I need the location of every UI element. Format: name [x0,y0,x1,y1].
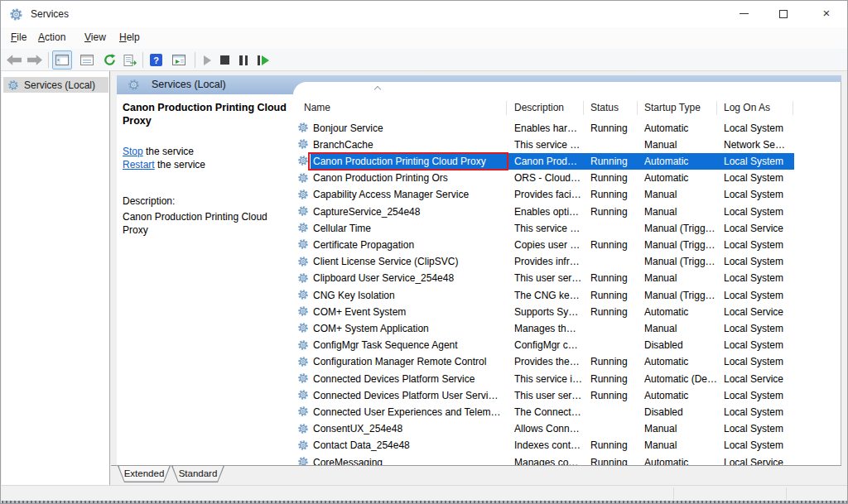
tree-item-services-local[interactable]: Services (Local) [3,77,108,93]
menu-file[interactable]: File [6,27,31,49]
title-bar: Services × [1,1,847,27]
help-icon: ? [150,54,162,66]
toolbar: ? [1,49,847,71]
service-row[interactable]: Certificate Propagation Copies user … Ru… [293,237,827,253]
service-description-cell: This service … [514,137,587,153]
service-row[interactable]: Connected Devices Platform User Servi… T… [293,387,827,404]
service-gear-icon [297,122,309,133]
service-status-cell: Running [590,170,638,186]
service-row[interactable]: BranchCache This service … Manual Networ… [293,137,827,153]
service-description-cell: This user ser… [514,270,587,286]
properties-button[interactable] [77,50,97,70]
description-text: Canon Production Printing Cloud Proxy [123,210,288,237]
stop-service-link[interactable]: Stop [123,146,143,157]
restart-service-button[interactable] [254,50,272,70]
service-row[interactable]: CaptureService_254e48 Enables opti… Runn… [293,204,827,220]
show-console-tree-button[interactable] [52,50,72,70]
service-gear-icon [297,172,309,184]
export-list-button[interactable] [121,50,139,70]
service-row[interactable]: Contact Data_254e48 Indexes cont… Runnin… [293,437,827,454]
close-button[interactable]: × [807,1,846,27]
forward-button[interactable] [26,50,44,70]
service-name-cell: COM+ Event System [313,304,504,320]
menu-view[interactable]: View [80,27,111,49]
start-service-button[interactable] [200,50,214,70]
service-name-cell: Bonjour Service [313,120,504,137]
service-description-cell: Copies user … [514,237,587,253]
services-list-panel: Name Description Status Startup Type Log… [293,82,841,465]
service-status-cell: Running [590,454,638,466]
service-row[interactable]: Canon Production Printing Ors ORS - Clou… [293,170,827,186]
column-header-startup-type[interactable]: Startup Type [644,101,701,115]
column-header-status[interactable]: Status [590,101,619,115]
tab-extended[interactable]: Extended [118,466,171,482]
column-header-description[interactable]: Description [514,101,564,115]
service-startup-type-cell: Manual [644,204,720,220]
service-status-cell: Running [590,304,638,320]
service-row[interactable]: COM+ Event System Supports Sy… Running A… [293,304,827,320]
service-row[interactable]: CNG Key Isolation The CNG ke… Running Ma… [293,287,827,304]
service-startup-type-cell: Automatic [644,387,720,404]
start-service-icon [204,55,211,65]
service-row[interactable]: Bonjour Service Enables har… Running Aut… [293,120,827,137]
service-gear-icon [297,155,309,166]
service-description-cell: Allows Conn… [514,420,587,437]
back-button[interactable] [5,50,23,70]
service-row[interactable]: Client License Service (ClipSVC) Provide… [293,253,827,270]
pause-service-icon [239,55,248,65]
service-name-cell: Client License Service (ClipSVC) [313,253,504,270]
column-header-log-on-as[interactable]: Log On As [724,101,770,115]
service-startup-type-cell: Automatic [644,153,720,170]
service-log-on-as-cell: Local System [724,237,795,253]
service-description-cell: Indexes cont… [514,437,587,454]
help-button[interactable]: ? [147,50,165,70]
service-gear-icon [297,305,309,317]
service-status-cell: Running [590,437,638,454]
show-action-pane-button[interactable] [168,50,190,70]
service-log-on-as-cell: Local System [724,387,795,404]
service-log-on-as-cell: Local System [724,270,795,286]
service-row[interactable]: Clipboard User Service_254e48 This user … [293,270,827,286]
service-name-cell: CoreMessaging [313,454,504,466]
service-row[interactable]: Canon Production Printing Cloud Proxy Ca… [293,153,827,170]
service-status-cell: Running [590,287,638,304]
menu-help[interactable]: Help [114,27,145,49]
service-gear-icon [297,389,309,401]
taskbar-edge [2,501,848,504]
minimize-button[interactable] [725,1,762,27]
service-startup-type-cell: Automatic [644,454,720,466]
service-row[interactable]: ConfigMgr Task Sequence Agent ConfigMgr … [293,337,827,353]
service-name-cell: Cellular Time [313,220,504,237]
extended-description-panel: Canon Production Printing Cloud Proxy St… [117,94,293,465]
restart-service-link[interactable]: Restart [123,159,155,170]
service-row[interactable]: Connected Devices Platform Service This … [293,371,827,387]
toolbar-separator [48,52,49,68]
service-row[interactable]: ConsentUX_254e48 Allows Conn… Manual Loc… [293,420,827,437]
service-status-cell: Running [590,270,638,286]
pause-service-button[interactable] [236,50,251,70]
minimize-icon [740,13,749,14]
service-description-cell: Enables har… [514,120,587,137]
column-header-name[interactable]: Name [304,101,330,115]
service-row[interactable]: CoreMessaging Manages co… Running Automa… [293,454,827,466]
service-description-cell: Manages co… [514,454,587,466]
service-row[interactable]: Configuration Manager Remote Control Pro… [293,353,827,370]
menu-action[interactable]: Action [33,27,70,49]
service-startup-type-cell: Disabled [644,404,720,420]
tab-standard[interactable]: Standard [171,466,224,482]
service-row[interactable]: Cellular Time This service … Manual (Tri… [293,220,827,237]
console-tree-panel: Services (Local) [2,71,110,485]
svg-text:?: ? [153,55,159,65]
refresh-icon [104,54,116,66]
service-log-on-as-cell: Local System [724,170,795,186]
service-gear-icon [297,439,309,451]
stop-service-button[interactable] [217,50,232,70]
service-name-cell: Capability Access Manager Service [313,186,504,203]
service-row[interactable]: Capability Access Manager Service Provid… [293,186,827,203]
service-log-on-as-cell: Local System [724,437,795,454]
maximize-button[interactable] [765,1,802,27]
service-row[interactable]: COM+ System Application Manages th… Manu… [293,320,827,337]
refresh-button[interactable] [100,50,118,70]
service-log-on-as-cell: Network Se… [724,137,795,153]
service-row[interactable]: Connected User Experiences and Telem… Th… [293,404,827,420]
